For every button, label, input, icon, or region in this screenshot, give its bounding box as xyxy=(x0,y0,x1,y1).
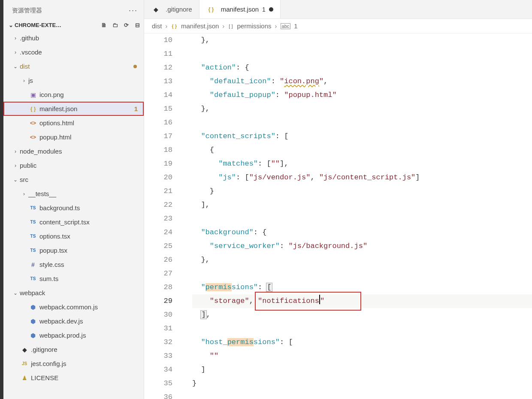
lic-icon: ♟ xyxy=(20,375,29,381)
folder-row[interactable]: ⌄webpack xyxy=(3,286,144,300)
code-line[interactable]: "storage", "notifications" xyxy=(192,294,532,308)
file-tree[interactable]: ›.github›.vscode⌄dist›js▣icon.png{ }mani… xyxy=(3,30,144,399)
code-line[interactable]: ] xyxy=(192,363,532,377)
file-name: icon.png xyxy=(39,91,139,98)
project-header[interactable]: ⌄ CHROME-EXTE… 🗎 🗀 ⟳ ⊟ xyxy=(3,20,144,30)
code-line[interactable]: ], xyxy=(192,198,532,212)
chevron-down-icon: ⌄ xyxy=(11,290,20,296)
file-row[interactable]: ⬢webpack.prod.js xyxy=(3,328,144,342)
file-row[interactable]: #style.css xyxy=(3,257,144,272)
folder-name: node_modules xyxy=(20,148,139,155)
js-icon: JS xyxy=(20,361,29,366)
folder-row[interactable]: ›js xyxy=(3,73,144,88)
file-row[interactable]: TSbackground.ts xyxy=(3,201,144,215)
collapse-all-icon[interactable]: ⊟ xyxy=(133,22,141,28)
editor-tabs[interactable]: ◆.gitignore{ }manifest.json1 xyxy=(144,0,532,19)
modified-dot-icon xyxy=(269,7,273,12)
code-line[interactable]: }, xyxy=(192,253,532,267)
wp-icon: ⬢ xyxy=(28,332,38,339)
file-row[interactable]: { }manifest.json1 xyxy=(3,102,144,116)
code-content[interactable]: }, "action": { "default_icon": "icon.png… xyxy=(192,33,532,399)
line-number: 15 xyxy=(144,102,172,116)
code-editor[interactable]: 1011121314151617181920212223242526272829… xyxy=(144,33,532,399)
breadcrumb-item[interactable]: manifest.json xyxy=(181,22,219,30)
file-row[interactable]: ♟LICENSE xyxy=(3,371,144,385)
file-row[interactable]: TScontent_script.tsx xyxy=(3,215,144,229)
code-line[interactable]: { xyxy=(192,143,532,157)
code-line[interactable]: }, xyxy=(192,102,532,116)
code-line[interactable]: "content_scripts": [ xyxy=(192,130,532,143)
folder-name: __tests__ xyxy=(28,190,139,197)
new-folder-icon[interactable]: 🗀 xyxy=(111,22,119,28)
modified-dot-icon xyxy=(133,65,137,68)
line-number: 18 xyxy=(144,143,172,157)
folder-row[interactable]: ›.github xyxy=(3,31,144,45)
code-line[interactable] xyxy=(192,116,532,130)
code-line[interactable] xyxy=(192,267,532,281)
file-row[interactable]: <>popup.html xyxy=(3,130,144,144)
code-line[interactable]: "" xyxy=(192,349,532,363)
refresh-icon[interactable]: ⟳ xyxy=(122,22,130,28)
file-row[interactable]: <>options.html xyxy=(3,116,144,130)
code-line[interactable]: "action": { xyxy=(192,61,532,75)
folder-row[interactable]: ›.vscode xyxy=(3,45,144,59)
editor-area: ◆.gitignore{ }manifest.json1 dist›{ }man… xyxy=(144,0,532,399)
line-number: 21 xyxy=(144,184,172,198)
chevron-down-icon: ⌄ xyxy=(11,63,20,70)
code-line[interactable]: "js": ["js/vendor.js", "js/content_scrip… xyxy=(192,171,532,184)
code-line[interactable] xyxy=(192,322,532,336)
file-row[interactable]: ▣icon.png xyxy=(3,88,144,102)
sidebar-more-icon[interactable]: ··· xyxy=(129,6,138,15)
folder-row[interactable]: ⌄dist xyxy=(3,59,144,73)
file-row[interactable]: ⬢webpack.dev.js xyxy=(3,314,144,328)
breadcrumbs[interactable]: dist›{ }manifest.json›[ ]permissions›abc… xyxy=(144,19,532,33)
breadcrumb-item[interactable]: dist xyxy=(152,22,162,30)
problems-badge: 1 xyxy=(134,105,139,112)
folder-row[interactable]: ›public xyxy=(3,158,144,172)
editor-tab[interactable]: ◆.gitignore xyxy=(144,0,200,18)
code-line[interactable]: "default_icon": "icon.png", xyxy=(192,75,532,88)
code-line[interactable]: "permissions": [ xyxy=(192,281,532,294)
code-line[interactable]: }, xyxy=(192,33,532,47)
line-number: 17 xyxy=(144,130,172,143)
code-line[interactable]: } xyxy=(192,184,532,198)
file-name: LICENSE xyxy=(31,374,139,381)
editor-tab[interactable]: { }manifest.json1 xyxy=(200,0,281,18)
file-name: options.html xyxy=(39,119,139,127)
chevron-right-icon: › xyxy=(11,35,20,41)
code-line[interactable]: ], xyxy=(192,308,532,322)
activity-bar[interactable] xyxy=(0,0,3,399)
code-line[interactable]: "service_worker": "js/background.js" xyxy=(192,239,532,253)
file-name: style.css xyxy=(39,261,139,268)
chevron-right-icon: › xyxy=(11,49,20,55)
explorer-sidebar: 资源管理器 ··· ⌄ CHROME-EXTE… 🗎 🗀 ⟳ ⊟ ›.githu… xyxy=(3,0,144,399)
line-number: 36 xyxy=(144,390,172,399)
breadcrumb-item[interactable]: 1 xyxy=(294,22,297,30)
file-row[interactable]: ⬢webpack.common.js xyxy=(3,300,144,314)
line-number: 33 xyxy=(144,349,172,363)
code-line[interactable] xyxy=(192,390,532,399)
code-line[interactable] xyxy=(192,212,532,226)
code-line[interactable]: "default_popup": "popup.html" xyxy=(192,88,532,102)
file-row[interactable]: TSsum.ts xyxy=(3,272,144,286)
code-line[interactable]: "background": { xyxy=(192,226,532,239)
file-row[interactable]: ◆.gitignore xyxy=(3,342,144,357)
file-row[interactable]: TSoptions.tsx xyxy=(3,229,144,243)
folder-row[interactable]: ›node_modules xyxy=(3,144,144,158)
folder-row[interactable]: ›__tests__ xyxy=(3,187,144,201)
folder-row[interactable]: ⌄src xyxy=(3,172,144,187)
line-number: 25 xyxy=(144,239,172,253)
file-name: options.tsx xyxy=(39,233,139,240)
code-line[interactable]: "host_permissions": [ xyxy=(192,336,532,349)
line-number: 23 xyxy=(144,212,172,226)
breadcrumb-item[interactable]: permissions xyxy=(237,22,272,30)
file-row[interactable]: JSjest.config.js xyxy=(3,357,144,371)
line-number: 29 xyxy=(144,294,172,308)
folder-name: dist xyxy=(20,63,133,70)
code-line[interactable]: } xyxy=(192,377,532,390)
new-file-icon[interactable]: 🗎 xyxy=(100,22,108,28)
code-line[interactable]: "matches": [""], xyxy=(192,157,532,171)
ts-icon: TS xyxy=(28,248,38,253)
file-row[interactable]: TSpopup.tsx xyxy=(3,243,144,257)
code-line[interactable] xyxy=(192,47,532,61)
